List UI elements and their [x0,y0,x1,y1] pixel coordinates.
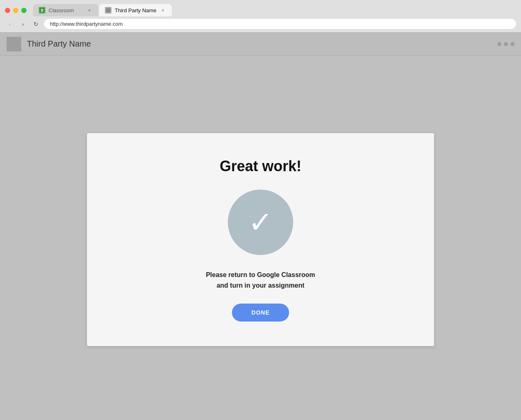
back-icon: ‹ [9,21,11,27]
modal-message-line1: Please return to Google Classroom [206,271,315,278]
tab-bar: Classroom × Third Party Name × [33,4,516,16]
address-bar-row: ‹ › ↻ [0,16,521,32]
app-logo [7,37,21,51]
svg-rect-1 [41,9,43,10]
modal-message-line2: and turn in your assignment [216,282,304,289]
minimize-window-button[interactable] [13,8,18,13]
browser-chrome: Classroom × Third Party Name × ‹ › ↻ [0,0,521,33]
header-dot-1 [497,42,501,46]
checkmark-circle: ✓ [228,190,293,255]
tab-thirdparty[interactable]: Third Party Name × [99,4,172,16]
completion-modal: Great work! ✓ Please return to Google Cl… [87,133,434,346]
tab-classroom-label: Classroom [49,7,83,13]
address-input[interactable] [44,19,516,29]
done-button[interactable]: DONE [232,304,289,322]
svg-rect-2 [41,10,43,11]
classroom-favicon [39,7,45,13]
title-bar: Classroom × Third Party Name × [0,0,521,16]
maximize-window-button[interactable] [21,8,27,13]
svg-rect-3 [41,11,43,12]
header-dot-3 [510,42,514,46]
window-controls [5,8,27,13]
app-name: Third Party Name [27,39,91,49]
close-window-button[interactable] [5,8,10,13]
tab-classroom-close[interactable]: × [86,7,93,13]
page-content: Great work! ✓ Please return to Google Cl… [0,56,521,420]
header-menu-dots[interactable] [497,42,514,46]
modal-message: Please return to Google Classroom and tu… [206,270,315,290]
refresh-button[interactable]: ↻ [31,19,41,29]
modal-title: Great work! [220,158,301,175]
tab-classroom[interactable]: Classroom × [33,4,98,16]
back-button[interactable]: ‹ [5,19,15,29]
forward-icon: › [22,21,24,27]
app-header: Third Party Name [0,33,521,56]
forward-button[interactable]: › [18,19,28,29]
thirdparty-favicon [105,7,111,13]
svg-rect-4 [106,8,110,12]
checkmark-icon: ✓ [248,208,273,237]
tab-thirdparty-close[interactable]: × [160,7,166,13]
refresh-icon: ↻ [33,21,38,27]
tab-thirdparty-label: Third Party Name [115,7,156,13]
header-dot-2 [504,42,508,46]
